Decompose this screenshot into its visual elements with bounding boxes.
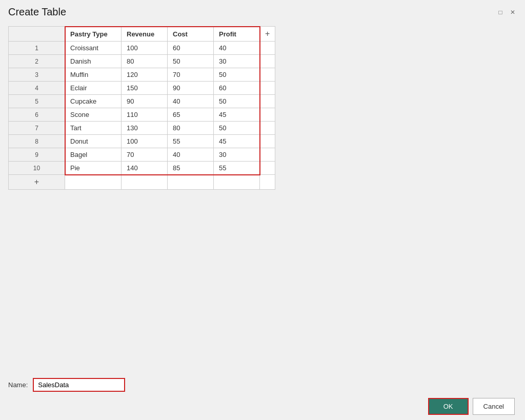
add-row-cell-3 bbox=[168, 175, 214, 190]
bottom-bar: Name: OK Cancel bbox=[0, 373, 525, 420]
table-row[interactable]: 4Eclair1509060 bbox=[9, 82, 275, 95]
cell-profit[interactable]: 50 bbox=[214, 122, 260, 135]
cell-revenue[interactable]: 150 bbox=[122, 82, 168, 95]
table-row[interactable]: 8Donut1005545 bbox=[9, 135, 275, 148]
cell-pastry_type[interactable]: Pie bbox=[65, 162, 122, 175]
cell-revenue[interactable]: 130 bbox=[122, 122, 168, 135]
col-header-revenue[interactable]: Revenue bbox=[122, 27, 168, 42]
cell-profit[interactable]: 30 bbox=[214, 55, 260, 68]
cell-revenue[interactable]: 90 bbox=[122, 95, 168, 108]
maximize-button[interactable]: □ bbox=[496, 8, 504, 16]
cell-revenue[interactable]: 100 bbox=[122, 135, 168, 148]
cell-pastry_type[interactable]: Eclair bbox=[65, 82, 122, 95]
row-number: 10 bbox=[9, 162, 65, 175]
table-row[interactable]: 1Croissant1006040 bbox=[9, 42, 275, 55]
table-container: Pastry Type Revenue Cost Profit + 1Crois… bbox=[8, 26, 275, 190]
cell-revenue[interactable]: 120 bbox=[122, 68, 168, 82]
add-column-button[interactable]: + bbox=[260, 27, 275, 42]
cell-cost[interactable]: 70 bbox=[168, 68, 214, 82]
name-input[interactable] bbox=[33, 378, 125, 392]
name-row: Name: bbox=[8, 378, 517, 392]
cell-pastry_type[interactable]: Cupcake bbox=[65, 95, 122, 108]
cell-extra bbox=[260, 135, 275, 148]
name-label: Name: bbox=[8, 381, 28, 389]
col-header-pastry-type[interactable]: Pastry Type bbox=[65, 27, 122, 42]
row-number: 1 bbox=[9, 42, 65, 55]
cell-extra bbox=[260, 82, 275, 95]
table-row[interactable]: 5Cupcake904050 bbox=[9, 95, 275, 108]
cell-cost[interactable]: 50 bbox=[168, 55, 214, 68]
cell-revenue[interactable]: 70 bbox=[122, 148, 168, 162]
cell-cost[interactable]: 65 bbox=[168, 108, 214, 122]
cell-profit[interactable]: 45 bbox=[214, 135, 260, 148]
cell-cost[interactable]: 80 bbox=[168, 122, 214, 135]
cell-cost[interactable]: 40 bbox=[168, 95, 214, 108]
create-table-dialog: Create Table □ ✕ Pastry Type Revenue Cos… bbox=[0, 0, 525, 420]
table-row[interactable]: 6Scone1106545 bbox=[9, 108, 275, 122]
cell-revenue[interactable]: 80 bbox=[122, 55, 168, 68]
cell-cost[interactable]: 60 bbox=[168, 42, 214, 55]
header-row: Pastry Type Revenue Cost Profit + bbox=[9, 27, 275, 42]
add-row-cell-1 bbox=[65, 175, 122, 190]
row-number: 2 bbox=[9, 55, 65, 68]
cancel-button[interactable]: Cancel bbox=[473, 398, 515, 415]
cell-pastry_type[interactable]: Bagel bbox=[65, 148, 122, 162]
table-body: 1Croissant10060402Danish8050303Muffin120… bbox=[9, 42, 275, 175]
dialog-title: Create Table bbox=[8, 6, 66, 18]
cell-extra bbox=[260, 162, 275, 175]
add-row-cell-5 bbox=[260, 175, 275, 190]
add-row-cell-4 bbox=[214, 175, 260, 190]
row-number: 6 bbox=[9, 108, 65, 122]
col-header-cost[interactable]: Cost bbox=[168, 27, 214, 42]
cell-revenue[interactable]: 100 bbox=[122, 42, 168, 55]
cell-pastry_type[interactable]: Croissant bbox=[65, 42, 122, 55]
window-controls: □ ✕ bbox=[496, 8, 517, 16]
table-wrapper: Pastry Type Revenue Cost Profit + 1Crois… bbox=[8, 26, 517, 190]
cell-cost[interactable]: 90 bbox=[168, 82, 214, 95]
title-bar: Create Table □ ✕ bbox=[0, 0, 525, 22]
cell-extra bbox=[260, 148, 275, 162]
cell-revenue[interactable]: 140 bbox=[122, 162, 168, 175]
cell-extra bbox=[260, 68, 275, 82]
table-row[interactable]: 2Danish805030 bbox=[9, 55, 275, 68]
cell-profit[interactable]: 50 bbox=[214, 95, 260, 108]
cell-cost[interactable]: 55 bbox=[168, 135, 214, 148]
cell-pastry_type[interactable]: Danish bbox=[65, 55, 122, 68]
cell-profit[interactable]: 40 bbox=[214, 42, 260, 55]
add-row-num[interactable]: + bbox=[9, 175, 65, 190]
cell-pastry_type[interactable]: Tart bbox=[65, 122, 122, 135]
cell-pastry_type[interactable]: Muffin bbox=[65, 68, 122, 82]
main-content: Pastry Type Revenue Cost Profit + 1Crois… bbox=[0, 22, 525, 373]
cell-extra bbox=[260, 55, 275, 68]
row-number: 5 bbox=[9, 95, 65, 108]
add-row[interactable]: + bbox=[9, 175, 275, 190]
ok-button[interactable]: OK bbox=[428, 398, 469, 415]
table-row[interactable]: 9Bagel704030 bbox=[9, 148, 275, 162]
cell-profit[interactable]: 45 bbox=[214, 108, 260, 122]
add-row-cell-2 bbox=[122, 175, 168, 190]
cell-pastry_type[interactable]: Scone bbox=[65, 108, 122, 122]
cell-profit[interactable]: 60 bbox=[214, 82, 260, 95]
row-number: 4 bbox=[9, 82, 65, 95]
cell-revenue[interactable]: 110 bbox=[122, 108, 168, 122]
data-table: Pastry Type Revenue Cost Profit + 1Crois… bbox=[8, 26, 275, 190]
col-header-profit[interactable]: Profit bbox=[214, 27, 260, 42]
cell-profit[interactable]: 30 bbox=[214, 148, 260, 162]
close-button[interactable]: ✕ bbox=[509, 8, 517, 16]
row-number: 8 bbox=[9, 135, 65, 148]
button-row: OK Cancel bbox=[8, 398, 517, 415]
table-row[interactable]: 7Tart1308050 bbox=[9, 122, 275, 135]
row-number: 3 bbox=[9, 68, 65, 82]
cell-cost[interactable]: 85 bbox=[168, 162, 214, 175]
table-area: Pastry Type Revenue Cost Profit + 1Crois… bbox=[8, 26, 517, 369]
cell-pastry_type[interactable]: Donut bbox=[65, 135, 122, 148]
cell-extra bbox=[260, 122, 275, 135]
row-number: 9 bbox=[9, 148, 65, 162]
table-row[interactable]: 10Pie1408555 bbox=[9, 162, 275, 175]
row-num-header bbox=[9, 27, 65, 42]
cell-profit[interactable]: 55 bbox=[214, 162, 260, 175]
cell-profit[interactable]: 50 bbox=[214, 68, 260, 82]
cell-extra bbox=[260, 108, 275, 122]
table-row[interactable]: 3Muffin1207050 bbox=[9, 68, 275, 82]
cell-cost[interactable]: 40 bbox=[168, 148, 214, 162]
